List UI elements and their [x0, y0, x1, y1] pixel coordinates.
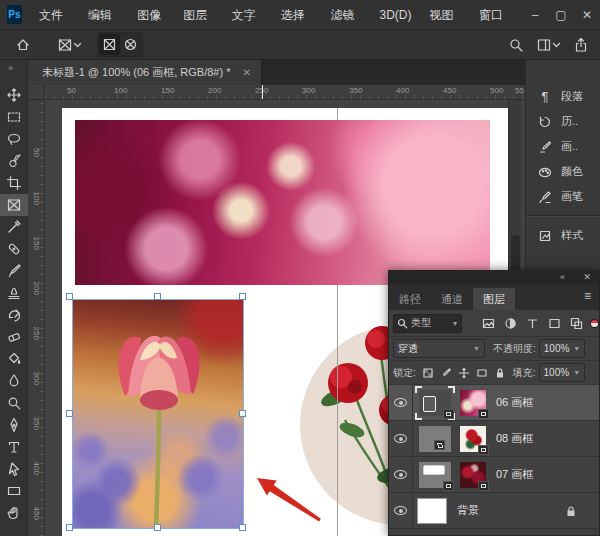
- transform-handle-bottom-middle[interactable]: [154, 524, 161, 531]
- tab-paths[interactable]: 路径: [389, 288, 431, 310]
- layer-name[interactable]: 07 画框: [496, 467, 533, 482]
- layer-thumbnail[interactable]: [460, 426, 486, 452]
- layer-thumbnail[interactable]: [460, 462, 486, 488]
- frame-thumbnail[interactable]: [419, 462, 451, 488]
- menu-image[interactable]: 图像(I): [128, 0, 174, 30]
- menu-3d[interactable]: 3D(D): [370, 0, 420, 30]
- blend-mode-select[interactable]: 穿透 ▼: [393, 339, 485, 358]
- lasso-tool-icon[interactable]: [0, 128, 28, 150]
- hand-tool-icon[interactable]: [0, 502, 28, 524]
- filter-pixel-layers-icon[interactable]: [482, 317, 495, 330]
- close-panel-icon[interactable]: ✕: [583, 271, 591, 284]
- minimize-button[interactable]: –: [522, 8, 548, 22]
- layer-row-background[interactable]: 背景: [389, 493, 599, 529]
- frame-tool-preset-icon[interactable]: [54, 34, 85, 56]
- layer-name[interactable]: 08 画框: [496, 431, 533, 446]
- blur-tool-icon[interactable]: [0, 370, 28, 392]
- layer-filtering-toggle[interactable]: [590, 319, 599, 328]
- menu-type[interactable]: 文字(Y): [223, 0, 272, 30]
- transform-handle-bottom-right[interactable]: [239, 524, 246, 531]
- visibility-toggle[interactable]: [389, 421, 413, 457]
- blossom-banner-image[interactable]: [75, 120, 490, 285]
- tab-layers[interactable]: 图层: [473, 288, 515, 310]
- layer-name[interactable]: 背景: [457, 503, 479, 518]
- tab-close-icon[interactable]: ✕: [242, 67, 250, 78]
- brushes-panel-button[interactable]: 画笔: [526, 184, 600, 209]
- layer-row-07[interactable]: 07 画框: [389, 457, 599, 493]
- color-panel-button[interactable]: 颜色: [526, 159, 600, 184]
- menu-filter[interactable]: 滤镜(T): [322, 0, 371, 30]
- brush-settings-panel-button[interactable]: 画..: [526, 134, 600, 159]
- crop-tool-icon[interactable]: [0, 172, 28, 194]
- workspace-switcher-icon[interactable]: [533, 34, 564, 56]
- close-button[interactable]: ✕: [574, 8, 600, 22]
- quick-selection-tool-icon[interactable]: [0, 150, 28, 172]
- menu-file[interactable]: 文件(F): [30, 0, 79, 30]
- filter-type-layers-icon[interactable]: [526, 317, 539, 330]
- layer-name[interactable]: 06 画框: [496, 395, 533, 410]
- brush-tool-icon[interactable]: [0, 260, 28, 282]
- lock-transparency-icon[interactable]: [422, 367, 434, 379]
- layer-row-08[interactable]: 08 画框: [389, 421, 599, 457]
- tulip-image-frame[interactable]: [73, 300, 243, 528]
- transform-handle-middle-right[interactable]: [239, 410, 246, 417]
- transform-handle-top-left[interactable]: [66, 293, 73, 300]
- visibility-toggle[interactable]: [389, 385, 413, 421]
- healing-brush-tool-icon[interactable]: [0, 238, 28, 260]
- toolbar-collapse-icon[interactable]: »: [0, 60, 27, 84]
- move-tool-icon[interactable]: [0, 84, 28, 106]
- menu-view[interactable]: 视图(V): [420, 0, 469, 30]
- lock-all-icon[interactable]: [494, 367, 506, 379]
- document-tab[interactable]: 未标题-1 @ 100% (06 画框, RGB/8#) * ✕: [28, 60, 262, 85]
- rectangular-frame-option[interactable]: [99, 34, 120, 55]
- menu-layer[interactable]: 图层(L): [174, 0, 222, 30]
- filter-adjustment-layers-icon[interactable]: [504, 317, 517, 330]
- clone-stamp-tool-icon[interactable]: [0, 282, 28, 304]
- menu-select[interactable]: 选择(S): [272, 0, 321, 30]
- history-panel-button[interactable]: 历..: [526, 109, 600, 134]
- fill-select[interactable]: 100% ▼: [539, 363, 585, 382]
- paragraph-panel-button[interactable]: ¶ 段落: [526, 84, 600, 109]
- home-icon[interactable]: [12, 34, 34, 56]
- maximize-button[interactable]: ▢: [548, 8, 574, 22]
- menu-edit[interactable]: 编辑(E): [79, 0, 128, 30]
- eyedropper-tool-icon[interactable]: [0, 216, 28, 238]
- visibility-toggle[interactable]: [389, 457, 413, 493]
- gradient-tool-icon[interactable]: [0, 348, 28, 370]
- rectangle-tool-icon[interactable]: [0, 480, 28, 502]
- filter-shape-layers-icon[interactable]: [548, 317, 561, 330]
- transform-handle-middle-left[interactable]: [66, 410, 73, 417]
- marquee-tool-icon[interactable]: [0, 106, 28, 128]
- lock-pixels-icon[interactable]: [440, 367, 452, 379]
- transform-handle-top-right[interactable]: [239, 293, 246, 300]
- panel-menu-icon[interactable]: ≡: [584, 289, 591, 303]
- dodge-tool-icon[interactable]: [0, 392, 28, 414]
- frame-thumbnail[interactable]: [419, 390, 451, 416]
- share-icon[interactable]: [570, 34, 592, 56]
- visibility-toggle[interactable]: [389, 493, 413, 529]
- transform-handle-top-middle[interactable]: [154, 293, 161, 300]
- layer-thumbnail[interactable]: [460, 390, 486, 416]
- layer-thumbnail[interactable]: [417, 498, 447, 524]
- frame-thumbnail[interactable]: [419, 426, 451, 452]
- chevron-down-icon: ▼: [569, 369, 580, 376]
- menu-window[interactable]: 窗口(W): [470, 0, 522, 30]
- layer-row-06[interactable]: 06 画框: [389, 385, 599, 421]
- elliptical-frame-option[interactable]: [120, 34, 141, 55]
- transform-handle-bottom-left[interactable]: [66, 524, 73, 531]
- eraser-tool-icon[interactable]: [0, 326, 28, 348]
- frame-tool-icon[interactable]: [0, 194, 28, 216]
- layer-filter-type-select[interactable]: 类型 ▼: [393, 314, 462, 333]
- lock-artboard-icon[interactable]: [476, 367, 488, 379]
- filter-smart-objects-icon[interactable]: [570, 317, 583, 330]
- styles-panel-button[interactable]: 样式: [526, 223, 600, 248]
- collapse-panel-icon[interactable]: «: [560, 271, 565, 284]
- pen-tool-icon[interactable]: [0, 414, 28, 436]
- opacity-select[interactable]: 100% ▼: [539, 339, 585, 358]
- history-brush-tool-icon[interactable]: [0, 304, 28, 326]
- path-selection-tool-icon[interactable]: [0, 458, 28, 480]
- type-tool-icon[interactable]: [0, 436, 28, 458]
- search-icon[interactable]: [505, 34, 527, 56]
- lock-position-icon[interactable]: [458, 367, 470, 379]
- tab-channels[interactable]: 通道: [431, 288, 473, 310]
